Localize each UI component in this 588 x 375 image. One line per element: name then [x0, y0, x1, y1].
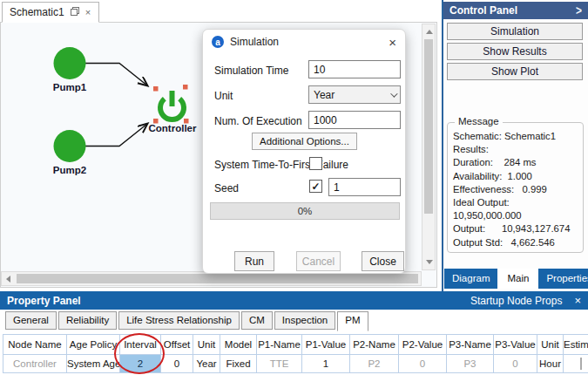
simulation-time-label: Simulation Time: [214, 65, 288, 77]
message-line: Ideal Output:: [453, 196, 578, 209]
vertical-scrollbar[interactable]: [422, 24, 436, 270]
right-panel-tabs: Diagram Main Properties: [444, 269, 588, 289]
table-cell-p1-value[interactable]: 1: [302, 355, 350, 373]
seed-input[interactable]: [328, 178, 401, 196]
table-cell-unit[interactable]: Year: [193, 355, 220, 373]
seed-checkbox[interactable]: ✓: [309, 180, 322, 193]
property-panel-titlebar: Property Panel Startup Node Props ×: [0, 291, 588, 310]
column-header: Age Policy: [67, 334, 120, 355]
property-panel: Property Panel Startup Node Props × Gene…: [0, 291, 588, 375]
table-cell-offset[interactable]: 0: [161, 355, 193, 373]
node-pump2[interactable]: [54, 130, 86, 162]
dialog-titlebar[interactable]: a Simulation ×: [203, 30, 405, 54]
table-cell-node-name[interactable]: Controller: [3, 355, 67, 373]
dialog-close-icon[interactable]: ×: [389, 36, 396, 49]
progress-percent-label: 0%: [298, 206, 313, 216]
table-cell-age-policy[interactable]: System Age: [67, 355, 120, 373]
column-header: P3-Name: [447, 334, 494, 355]
table-cell-p3-value[interactable]: 0: [494, 355, 537, 373]
tab-main[interactable]: Main: [499, 269, 537, 289]
show-results-button[interactable]: Show Results: [447, 43, 583, 60]
connector-pump2-controller[interactable]: [85, 124, 147, 147]
schematic-document-tab[interactable]: Schematic1 ×: [2, 2, 99, 23]
pm-table: Node Name Age Policy Interval Offset Uni…: [3, 334, 588, 373]
selection-handle[interactable]: [153, 86, 159, 92]
tab-cm[interactable]: CM: [241, 311, 273, 330]
tab-diagram[interactable]: Diagram: [444, 269, 497, 289]
table-cell-unit2[interactable]: Hour: [537, 355, 564, 373]
scroll-up-icon[interactable]: [426, 30, 433, 34]
column-header: P2-Value: [399, 334, 447, 355]
message-groupbox: Message Schematic: Schematic1 Results: D…: [447, 122, 584, 253]
estimation-button[interactable]: [580, 358, 582, 370]
vertical-scrollbar-thumb[interactable]: [424, 39, 433, 214]
table-cell-p2-value[interactable]: 0: [399, 355, 447, 373]
controller-label: Controller: [149, 123, 197, 133]
column-header: Unit: [193, 334, 220, 355]
tab-close-icon[interactable]: ×: [85, 8, 91, 17]
column-header: Offset: [161, 334, 193, 355]
node-pump1[interactable]: [54, 47, 86, 79]
run-button[interactable]: Run: [234, 251, 274, 271]
unit-select[interactable]: Year: [308, 85, 401, 104]
table-cell-p2-name[interactable]: P2: [350, 355, 399, 373]
sttff-checkbox[interactable]: [309, 157, 322, 170]
tab-pm[interactable]: PM: [337, 311, 368, 331]
num-execution-input[interactable]: [308, 111, 401, 129]
float-window-icon[interactable]: [71, 7, 79, 17]
table-cell-estimation[interactable]: [564, 355, 588, 373]
node-controller-power-icon[interactable]: [160, 91, 184, 119]
simulation-time-input[interactable]: [308, 60, 401, 78]
pump2-label: Pump2: [53, 165, 86, 175]
table-row: Controller System Age 2 0 Year Fixed TTE…: [3, 355, 588, 373]
message-line: Results:: [453, 143, 578, 156]
table-cell-p1-name[interactable]: TTE: [257, 355, 302, 373]
scroll-down-icon[interactable]: [426, 260, 433, 264]
table-cell-p3-name[interactable]: P3: [447, 355, 494, 373]
column-header: P3-Value: [494, 334, 537, 355]
tab-life-stress-relationship[interactable]: Life Stress Relationship: [118, 311, 240, 330]
column-header: Node Name: [3, 334, 67, 355]
tab-properties[interactable]: Properties: [538, 269, 588, 289]
simulation-dialog: a Simulation × Simulation Time Unit Year…: [202, 29, 406, 274]
sttff-label: System Time-To-First-Failure: [214, 159, 348, 171]
message-line: Output Std: 4,662.546: [453, 236, 578, 249]
tab-inspection[interactable]: Inspection: [274, 311, 335, 330]
tab-reliability[interactable]: Reliability: [58, 311, 117, 330]
seed-label: Seed: [214, 182, 239, 194]
unit-label: Unit: [214, 90, 233, 102]
control-panel-title: Control Panel: [449, 4, 517, 17]
connector-pump1-controller[interactable]: [85, 64, 147, 86]
unit-select-value: Year: [314, 89, 335, 101]
column-header: Model: [220, 334, 257, 355]
column-header: Unit: [537, 334, 564, 355]
scroll-left-icon[interactable]: [6, 276, 10, 283]
simulation-progress-bar: 0%: [210, 202, 400, 220]
property-panel-tabs: General Reliability Life Stress Relation…: [5, 311, 370, 331]
table-cell-model[interactable]: Fixed: [220, 355, 257, 373]
panel-close-icon[interactable]: ×: [574, 295, 581, 306]
tab-general[interactable]: General: [5, 311, 57, 330]
message-text: Schematic: Schematic1 Results: Duration:…: [448, 123, 583, 249]
schematic-tab-label: Schematic1: [10, 6, 64, 18]
cancel-button[interactable]: Cancel: [296, 251, 341, 271]
close-button[interactable]: Close: [362, 251, 404, 271]
message-line: 10,950,000.000: [453, 209, 578, 222]
red-highlight-ellipse: [114, 333, 165, 374]
message-line: Output: 10,943,127.674: [453, 222, 578, 235]
startup-node-props-label: Startup Node Props: [470, 295, 562, 307]
show-plot-button[interactable]: Show Plot: [447, 63, 583, 80]
dialog-title: Simulation: [230, 36, 279, 48]
message-line: Availability: 1.000: [453, 170, 578, 183]
property-panel-title: Property Panel: [7, 295, 81, 307]
table-header-row: Node Name Age Policy Interval Offset Uni…: [3, 334, 588, 355]
simulation-button[interactable]: Simulation: [447, 23, 583, 40]
column-header: Estimation: [564, 334, 588, 355]
horizontal-scrollbar-thumb[interactable]: [17, 274, 418, 283]
additional-options-button[interactable]: Additional Options...: [252, 133, 357, 150]
selection-handle[interactable]: [183, 85, 188, 90]
collapse-chevron-icon[interactable]: >: [576, 3, 582, 18]
chevron-down-icon: [390, 90, 397, 97]
message-legend: Message: [455, 116, 503, 126]
message-line: Effectiveness: 0.999: [453, 183, 578, 196]
